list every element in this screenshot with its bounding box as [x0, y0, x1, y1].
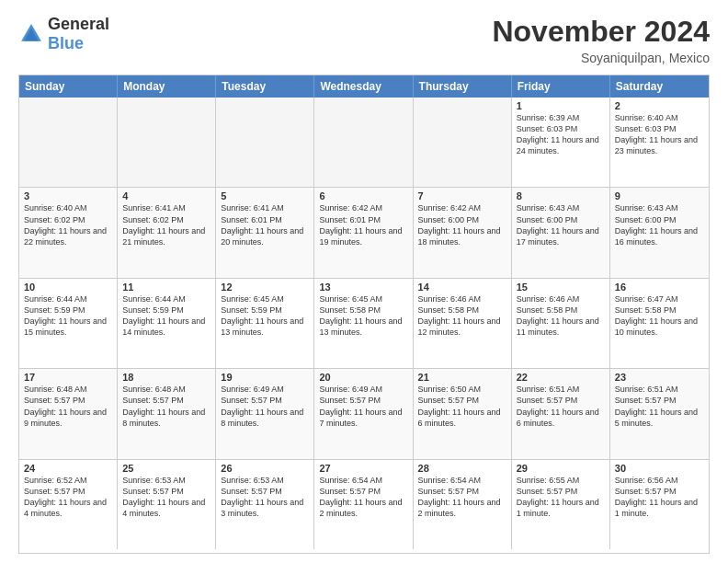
calendar-cell: 26Sunrise: 6:53 AM Sunset: 5:57 PM Dayli…: [216, 460, 314, 549]
day-number: 17: [24, 372, 112, 383]
calendar-cell: [314, 98, 413, 187]
day-info: Sunrise: 6:45 AM Sunset: 5:59 PM Dayligh…: [221, 293, 309, 339]
calendar-cell: 7Sunrise: 6:42 AM Sunset: 6:00 PM Daylig…: [414, 188, 512, 277]
day-info: Sunrise: 6:44 AM Sunset: 5:59 PM Dayligh…: [122, 293, 210, 339]
calendar-cell: 3Sunrise: 6:40 AM Sunset: 6:02 PM Daylig…: [19, 188, 118, 277]
calendar-cell: 20Sunrise: 6:49 AM Sunset: 5:57 PM Dayli…: [314, 369, 413, 458]
day-number: 4: [122, 190, 210, 201]
calendar-row: 24Sunrise: 6:52 AM Sunset: 5:57 PM Dayli…: [19, 460, 709, 549]
day-number: 1: [517, 100, 605, 111]
day-info: Sunrise: 6:51 AM Sunset: 5:57 PM Dayligh…: [517, 384, 605, 429]
day-number: 28: [418, 463, 506, 474]
day-info: Sunrise: 6:46 AM Sunset: 5:58 PM Dayligh…: [418, 293, 506, 339]
calendar-cell: 18Sunrise: 6:48 AM Sunset: 5:57 PM Dayli…: [118, 369, 216, 458]
calendar-cell: 21Sunrise: 6:50 AM Sunset: 5:57 PM Dayli…: [414, 369, 512, 458]
weekday-header: Saturday: [610, 75, 709, 98]
calendar-header: SundayMondayTuesdayWednesdayThursdayFrid…: [19, 75, 709, 98]
calendar-body: 1Sunrise: 6:39 AM Sunset: 6:03 PM Daylig…: [19, 98, 709, 549]
day-info: Sunrise: 6:46 AM Sunset: 5:58 PM Dayligh…: [517, 293, 605, 339]
day-number: 9: [615, 190, 704, 201]
day-number: 12: [221, 282, 309, 293]
location: Soyaniquilpan, Mexico: [492, 51, 710, 65]
calendar-cell: 13Sunrise: 6:45 AM Sunset: 5:58 PM Dayli…: [314, 279, 413, 368]
day-number: 30: [615, 463, 704, 474]
day-info: Sunrise: 6:40 AM Sunset: 6:03 PM Dayligh…: [615, 112, 704, 157]
calendar-cell: 15Sunrise: 6:46 AM Sunset: 5:58 PM Dayli…: [512, 279, 610, 368]
day-number: 3: [24, 190, 112, 201]
calendar-cell: [414, 98, 512, 187]
calendar-cell: 8Sunrise: 6:43 AM Sunset: 6:00 PM Daylig…: [512, 188, 610, 277]
day-info: Sunrise: 6:51 AM Sunset: 5:57 PM Dayligh…: [615, 384, 704, 429]
day-info: Sunrise: 6:55 AM Sunset: 5:57 PM Dayligh…: [517, 475, 605, 520]
day-info: Sunrise: 6:40 AM Sunset: 6:02 PM Dayligh…: [24, 202, 112, 247]
calendar-cell: 10Sunrise: 6:44 AM Sunset: 5:59 PM Dayli…: [19, 279, 118, 368]
day-info: Sunrise: 6:48 AM Sunset: 5:57 PM Dayligh…: [24, 384, 112, 429]
calendar-cell: 6Sunrise: 6:42 AM Sunset: 6:01 PM Daylig…: [314, 188, 413, 277]
day-info: Sunrise: 6:42 AM Sunset: 6:01 PM Dayligh…: [319, 202, 407, 247]
calendar-cell: 14Sunrise: 6:46 AM Sunset: 5:58 PM Dayli…: [414, 279, 512, 368]
day-info: Sunrise: 6:49 AM Sunset: 5:57 PM Dayligh…: [319, 384, 407, 429]
day-number: 19: [221, 372, 309, 383]
weekday-header: Wednesday: [314, 75, 413, 98]
calendar-cell: 28Sunrise: 6:54 AM Sunset: 5:57 PM Dayli…: [414, 460, 512, 549]
day-number: 6: [319, 190, 407, 201]
calendar-row: 3Sunrise: 6:40 AM Sunset: 6:02 PM Daylig…: [19, 188, 709, 278]
logo-blue: Blue: [48, 34, 84, 52]
day-info: Sunrise: 6:54 AM Sunset: 5:57 PM Dayligh…: [319, 475, 407, 520]
day-number: 29: [517, 463, 605, 474]
day-info: Sunrise: 6:41 AM Sunset: 6:01 PM Dayligh…: [221, 202, 309, 247]
calendar-page: General Blue November 2024 Soyaniquilpan…: [0, 0, 728, 563]
day-number: 7: [418, 190, 506, 201]
logo: General Blue: [18, 15, 109, 53]
calendar-cell: 5Sunrise: 6:41 AM Sunset: 6:01 PM Daylig…: [216, 188, 314, 277]
weekday-header: Monday: [118, 75, 216, 98]
calendar-cell: 23Sunrise: 6:51 AM Sunset: 5:57 PM Dayli…: [610, 369, 709, 458]
calendar-cell: 1Sunrise: 6:39 AM Sunset: 6:03 PM Daylig…: [512, 98, 610, 187]
day-number: 23: [615, 372, 704, 383]
logo-general: General: [48, 15, 109, 33]
day-number: 10: [24, 282, 112, 293]
title-area: November 2024 Soyaniquilpan, Mexico: [492, 15, 710, 65]
logo-icon: [18, 21, 44, 47]
day-number: 13: [319, 282, 407, 293]
calendar-cell: 29Sunrise: 6:55 AM Sunset: 5:57 PM Dayli…: [512, 460, 610, 549]
day-info: Sunrise: 6:41 AM Sunset: 6:02 PM Dayligh…: [122, 202, 210, 247]
calendar-cell: 24Sunrise: 6:52 AM Sunset: 5:57 PM Dayli…: [19, 460, 118, 549]
day-info: Sunrise: 6:49 AM Sunset: 5:57 PM Dayligh…: [221, 384, 309, 429]
day-number: 8: [517, 190, 605, 201]
day-number: 26: [221, 463, 309, 474]
calendar-cell: 27Sunrise: 6:54 AM Sunset: 5:57 PM Dayli…: [314, 460, 413, 549]
calendar-cell: 12Sunrise: 6:45 AM Sunset: 5:59 PM Dayli…: [216, 279, 314, 368]
day-number: 25: [122, 463, 210, 474]
day-info: Sunrise: 6:50 AM Sunset: 5:57 PM Dayligh…: [418, 384, 506, 429]
day-number: 14: [418, 282, 506, 293]
calendar-cell: 2Sunrise: 6:40 AM Sunset: 6:03 PM Daylig…: [610, 98, 709, 187]
day-info: Sunrise: 6:48 AM Sunset: 5:57 PM Dayligh…: [122, 384, 210, 429]
day-info: Sunrise: 6:53 AM Sunset: 5:57 PM Dayligh…: [221, 475, 309, 520]
calendar: SundayMondayTuesdayWednesdayThursdayFrid…: [18, 75, 710, 554]
day-number: 21: [418, 372, 506, 383]
day-number: 27: [319, 463, 407, 474]
day-info: Sunrise: 6:39 AM Sunset: 6:03 PM Dayligh…: [517, 112, 605, 157]
day-info: Sunrise: 6:56 AM Sunset: 5:57 PM Dayligh…: [615, 475, 704, 520]
day-info: Sunrise: 6:54 AM Sunset: 5:57 PM Dayligh…: [418, 475, 506, 520]
day-info: Sunrise: 6:52 AM Sunset: 5:57 PM Dayligh…: [24, 475, 112, 520]
logo-text: General Blue: [48, 15, 109, 53]
calendar-cell: [216, 98, 314, 187]
day-info: Sunrise: 6:42 AM Sunset: 6:00 PM Dayligh…: [418, 202, 506, 247]
calendar-cell: 19Sunrise: 6:49 AM Sunset: 5:57 PM Dayli…: [216, 369, 314, 458]
day-info: Sunrise: 6:43 AM Sunset: 6:00 PM Dayligh…: [615, 202, 704, 247]
day-info: Sunrise: 6:53 AM Sunset: 5:57 PM Dayligh…: [122, 475, 210, 520]
day-info: Sunrise: 6:47 AM Sunset: 5:58 PM Dayligh…: [615, 293, 704, 339]
day-info: Sunrise: 6:43 AM Sunset: 6:00 PM Dayligh…: [517, 202, 605, 247]
day-number: 24: [24, 463, 112, 474]
weekday-header: Tuesday: [216, 75, 314, 98]
calendar-cell: 17Sunrise: 6:48 AM Sunset: 5:57 PM Dayli…: [19, 369, 118, 458]
calendar-cell: 30Sunrise: 6:56 AM Sunset: 5:57 PM Dayli…: [610, 460, 709, 549]
day-info: Sunrise: 6:44 AM Sunset: 5:59 PM Dayligh…: [24, 293, 112, 339]
calendar-cell: 25Sunrise: 6:53 AM Sunset: 5:57 PM Dayli…: [118, 460, 216, 549]
day-number: 2: [615, 100, 704, 111]
calendar-cell: 22Sunrise: 6:51 AM Sunset: 5:57 PM Dayli…: [512, 369, 610, 458]
weekday-header: Friday: [512, 75, 610, 98]
weekday-header: Sunday: [19, 75, 118, 98]
